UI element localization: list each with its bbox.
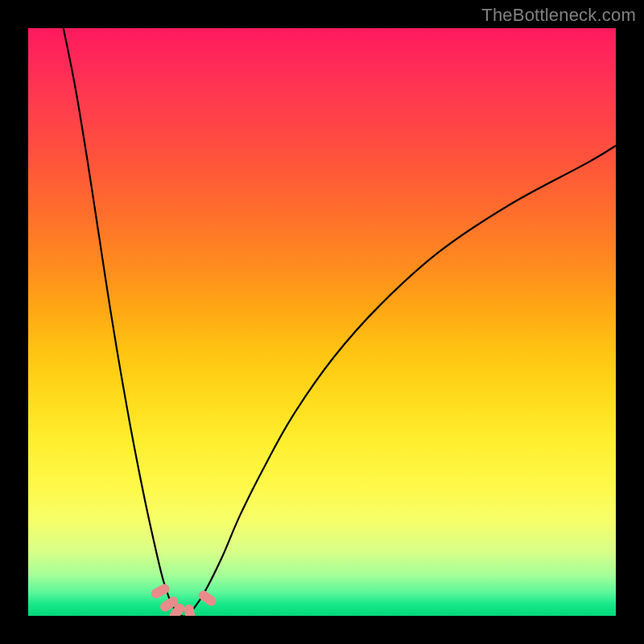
- plot-area: [28, 28, 616, 616]
- chart-stage: TheBottleneck.com: [0, 0, 644, 644]
- curve-layer: [28, 28, 616, 616]
- watermark-text: TheBottleneck.com: [481, 5, 636, 26]
- left-curve: [64, 28, 187, 616]
- right-curve: [187, 146, 616, 616]
- trough-marker: [196, 588, 218, 608]
- trough-marker: [184, 604, 196, 616]
